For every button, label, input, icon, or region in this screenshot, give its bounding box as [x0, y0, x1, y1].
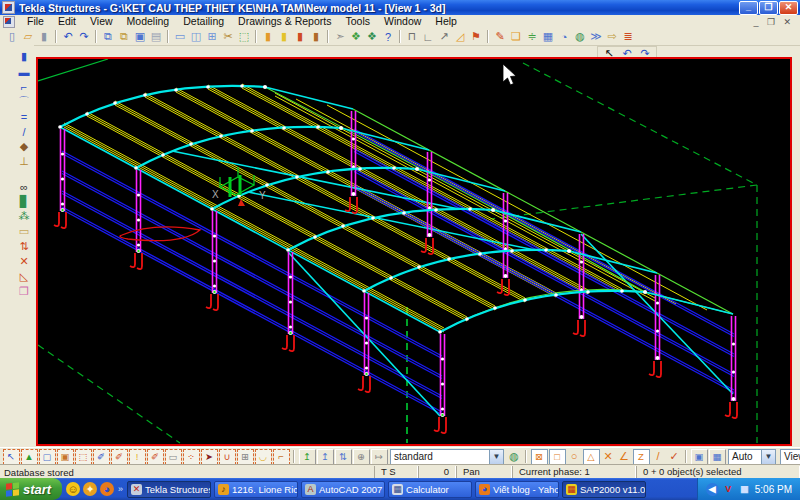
- start-button[interactable]: start: [0, 478, 62, 500]
- snap-magnet-icon[interactable]: ∪: [219, 449, 236, 465]
- slash-snap-icon[interactable]: /: [650, 449, 666, 464]
- task-firefox-blog[interactable]: ◕Viết blog - Yahoo! 36...: [475, 481, 559, 498]
- snap-midpoint-icon[interactable]: ⊞: [237, 449, 254, 465]
- binoculars-icon[interactable]: ∞: [16, 179, 32, 194]
- close-button[interactable]: ✕: [779, 1, 798, 15]
- snap-intersection-icon[interactable]: ⁘: [183, 449, 200, 465]
- copy-rotate-icon[interactable]: ❐: [16, 284, 32, 299]
- measure-angle-icon[interactable]: ◿: [452, 29, 468, 44]
- new-view-icon[interactable]: ▭: [172, 29, 188, 44]
- create-plate-icon[interactable]: ◆: [16, 139, 32, 154]
- create-view-icon[interactable]: ▊: [16, 194, 32, 209]
- snap-center-icon[interactable]: ▣: [57, 449, 74, 465]
- paste-special-icon[interactable]: ▣: [132, 29, 148, 44]
- create-surface-icon[interactable]: ▭: [16, 224, 32, 239]
- snap-endpoint-icon[interactable]: ▢: [39, 449, 56, 465]
- flag-icon[interactable]: ⚑: [468, 29, 484, 44]
- media-player-tray-icon[interactable]: ◀: [706, 483, 719, 496]
- z-snap-icon[interactable]: Z: [633, 449, 650, 465]
- snap-gridpoint-icon[interactable]: ⬚: [75, 449, 92, 465]
- export-icon[interactable]: ⇨: [604, 29, 620, 44]
- snap-tangent-icon[interactable]: ⌐: [273, 449, 290, 465]
- view-properties-icon[interactable]: ⊞: [204, 29, 220, 44]
- layers-icon[interactable]: ❏: [508, 29, 524, 44]
- save-icon[interactable]: ▮: [36, 29, 52, 44]
- firefox-icon[interactable]: ◕: [100, 482, 114, 496]
- square-snap-icon[interactable]: □: [549, 449, 566, 465]
- new-document-icon[interactable]: ▯: [4, 29, 20, 44]
- fence-icon[interactable]: ⊓: [404, 29, 420, 44]
- model-viewport[interactable]: X Y: [36, 57, 792, 446]
- corner-icon[interactable]: ∟: [420, 29, 436, 44]
- network-tray-icon[interactable]: ▦: [738, 483, 751, 496]
- profile-globe-icon[interactable]: ◍: [506, 449, 522, 464]
- grid-options-icon[interactable]: ▦: [709, 449, 726, 465]
- macros-icon[interactable]: ❖: [364, 29, 380, 44]
- create-curved-beam-icon[interactable]: ⌒: [16, 94, 32, 109]
- cut-icon[interactable]: ✂: [220, 29, 236, 44]
- redo-icon[interactable]: ↷: [76, 29, 92, 44]
- task-autocad[interactable]: AAutoCAD 2007 - [G:\...: [301, 481, 385, 498]
- create-polybeam-icon[interactable]: ⌐: [16, 79, 32, 94]
- task-winamp[interactable]: ♪1216. Lione Richie - ...: [214, 481, 298, 498]
- create-point-icon[interactable]: ✎: [492, 29, 508, 44]
- bolt-tool-icon[interactable]: ⇅: [16, 239, 32, 254]
- paste-icon[interactable]: ⧉: [116, 29, 132, 44]
- check-snap-icon[interactable]: ✓: [666, 449, 682, 464]
- globe-icon[interactable]: ◍: [572, 29, 588, 44]
- plane-combobox[interactable]: View plane ▼: [780, 449, 800, 465]
- section-view-icon[interactable]: ◺: [16, 269, 32, 284]
- inquire-object-icon[interactable]: ▮: [260, 29, 276, 44]
- snap-points-icon[interactable]: ▲: [21, 449, 38, 465]
- phase-icon[interactable]: ◔: [556, 29, 572, 44]
- antivirus-tray-icon[interactable]: V: [722, 483, 735, 496]
- depth-snap-icon[interactable]: ↦: [371, 449, 388, 465]
- quicklaunch-chevron-icon[interactable]: »: [118, 484, 123, 494]
- menu-window[interactable]: Window: [377, 15, 428, 27]
- profile-combobox[interactable]: standard ▼: [390, 449, 504, 465]
- cross-snap-icon[interactable]: ✕: [600, 449, 616, 464]
- snap-edge-icon[interactable]: ✐: [111, 449, 128, 465]
- snap-arrow-icon[interactable]: ➤: [201, 449, 218, 465]
- winamp-icon[interactable]: ✦: [83, 482, 97, 496]
- angle-snap-icon[interactable]: ∠: [616, 449, 632, 464]
- ortho-snap-icon[interactable]: ⊠: [531, 449, 548, 465]
- messenger-smiley-icon[interactable]: ☺: [66, 482, 80, 496]
- component-catalog-icon[interactable]: ▮: [308, 29, 324, 44]
- circle-snap-icon[interactable]: ○: [566, 449, 582, 464]
- menu-drawings-reports[interactable]: Drawings & Reports: [231, 15, 338, 27]
- snapshot-icon[interactable]: ➣: [332, 29, 348, 44]
- task-calculator[interactable]: ▦Calculator: [388, 481, 472, 498]
- snap-line-icon[interactable]: ✐: [93, 449, 110, 465]
- copy-icon[interactable]: ⧉: [100, 29, 116, 44]
- help-pointer-icon[interactable]: ?: [380, 29, 396, 44]
- clipboard-icon[interactable]: ▤: [148, 29, 164, 44]
- snap-free-icon[interactable]: ✐: [147, 449, 164, 465]
- snap-select-icon[interactable]: ↖: [3, 449, 20, 465]
- open-model-icon[interactable]: ▱: [20, 29, 36, 44]
- create-beam-icon[interactable]: ▬: [16, 64, 32, 79]
- minimize-button[interactable]: _: [739, 1, 758, 15]
- select-filter-icon[interactable]: ⬚: [236, 29, 252, 44]
- depth-combobox[interactable]: Auto ▼: [728, 449, 776, 465]
- menu-detailing[interactable]: Detailing: [176, 15, 231, 27]
- measure-icon[interactable]: ↗: [436, 29, 452, 44]
- create-column-icon[interactable]: ▮: [16, 49, 32, 64]
- snap-any-icon[interactable]: ▭: [165, 449, 182, 465]
- snap-perpendicular-icon[interactable]: ◡: [255, 449, 272, 465]
- undo-icon[interactable]: ↶: [60, 29, 76, 44]
- view-list-icon[interactable]: ◫: [188, 29, 204, 44]
- menu-edit[interactable]: Edit: [51, 15, 83, 27]
- task-tekla[interactable]: ✕Tekla Structures - G:...: [127, 481, 211, 498]
- render-options-icon[interactable]: ▣: [691, 449, 708, 465]
- fitting-points-icon[interactable]: ⁂: [16, 209, 32, 224]
- menu-help[interactable]: Help: [428, 15, 464, 27]
- fast-forward-icon[interactable]: ≫: [588, 29, 604, 44]
- phase-manager-icon[interactable]: ▮: [276, 29, 292, 44]
- menu-modeling[interactable]: Modeling: [120, 15, 177, 27]
- auto-connection-icon[interactable]: ❖: [348, 29, 364, 44]
- restore-button[interactable]: ❐: [759, 1, 778, 15]
- depth-dropdown-icon[interactable]: ▼: [761, 450, 775, 464]
- snap-reference-icon[interactable]: !: [129, 449, 146, 465]
- menu-view[interactable]: View: [83, 15, 120, 27]
